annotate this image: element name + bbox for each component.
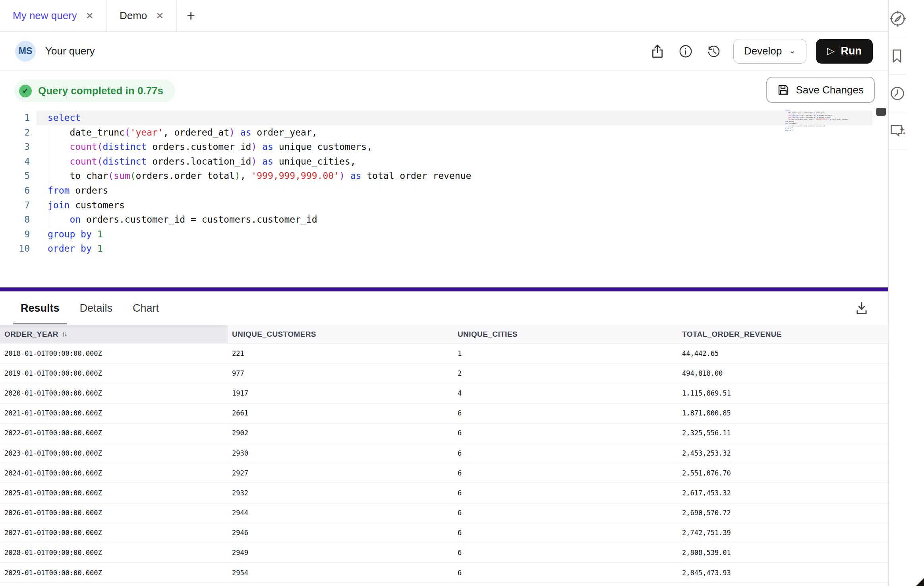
- table-cell[interactable]: 6: [453, 404, 678, 423]
- table-cell[interactable]: 2944: [228, 503, 453, 523]
- table-cell[interactable]: 2,453,253.32: [678, 443, 888, 463]
- column-header[interactable]: TOTAL_ORDER_REVENUE: [678, 325, 888, 343]
- editor-scrollbar-thumb[interactable]: [876, 108, 886, 116]
- line-number: 3: [0, 140, 30, 154]
- new-tab-button[interactable]: +: [177, 0, 205, 31]
- table-cell[interactable]: 1,115,869.51: [678, 383, 888, 403]
- close-tab-icon[interactable]: ✕: [156, 11, 164, 21]
- results-panel-tab-details[interactable]: Details: [72, 291, 120, 325]
- query-tab[interactable]: My new query✕: [0, 0, 107, 31]
- column-header[interactable]: UNIQUE_CITIES: [453, 325, 678, 343]
- table-cell[interactable]: 2930: [228, 443, 453, 463]
- table-cell[interactable]: 44,442.65: [678, 343, 888, 363]
- code-line[interactable]: date_trunc('year', ordered_at) as order_…: [48, 125, 471, 140]
- table-cell[interactable]: 6: [453, 503, 678, 523]
- code-line[interactable]: group by 1: [48, 227, 471, 242]
- close-tab-icon[interactable]: ✕: [86, 11, 94, 21]
- share-button[interactable]: [649, 43, 666, 60]
- bookmarks-button[interactable]: [889, 37, 905, 75]
- table-cell[interactable]: 2902: [228, 423, 453, 443]
- results-table: ORDER_YEAR↑↓UNIQUE_CUSTOMERSUNIQUE_CITIE…: [0, 325, 888, 583]
- query-tab[interactable]: Demo✕: [107, 0, 177, 31]
- download-results-button[interactable]: [851, 297, 872, 319]
- save-changes-button[interactable]: Save Changes: [766, 77, 875, 103]
- table-cell[interactable]: 2020-01-01T00:00:00.000Z: [0, 383, 228, 403]
- code-line[interactable]: order by 1: [48, 241, 471, 256]
- table-cell[interactable]: 2,551,076.70: [678, 463, 888, 483]
- table-cell[interactable]: 2: [453, 363, 678, 383]
- table-cell[interactable]: 2,617,453.32: [678, 483, 888, 503]
- page-title: Your query: [45, 45, 95, 57]
- table-cell[interactable]: 221: [228, 343, 453, 363]
- table-cell[interactable]: 494,818.00: [678, 363, 888, 383]
- ai-assistant-button[interactable]: [889, 112, 907, 149]
- develop-button[interactable]: Develop ⌄: [733, 39, 806, 64]
- table-cell[interactable]: 6: [453, 523, 678, 543]
- table-cell[interactable]: 2022-01-01T00:00:00.000Z: [0, 423, 228, 443]
- code-area[interactable]: select date_trunc('year', ordered_at) as…: [48, 111, 471, 256]
- table-cell[interactable]: 2024-01-01T00:00:00.000Z: [0, 463, 228, 483]
- table-cell[interactable]: 6: [453, 543, 678, 563]
- code-line[interactable]: join customers: [48, 198, 471, 213]
- table-cell[interactable]: 2018-01-01T00:00:00.000Z: [0, 343, 228, 363]
- column-header[interactable]: ORDER_YEAR↑↓: [0, 325, 228, 343]
- table-cell[interactable]: 2026-01-01T00:00:00.000Z: [0, 503, 228, 523]
- table-cell[interactable]: 2027-01-01T00:00:00.000Z: [0, 523, 228, 543]
- panel-splitter[interactable]: [0, 287, 888, 291]
- run-button[interactable]: ▷ Run: [816, 39, 873, 64]
- table-cell[interactable]: 2,845,473.93: [678, 563, 888, 582]
- table-cell[interactable]: 2,808,539.01: [678, 543, 888, 563]
- table-cell[interactable]: 1: [453, 343, 678, 363]
- table-cell[interactable]: 2,690,570.72: [678, 503, 888, 523]
- table-cell[interactable]: 6: [453, 463, 678, 483]
- table-row: 2019-01-01T00:00:00.000Z9772494,818.00: [0, 363, 888, 383]
- table-cell[interactable]: 2949: [228, 543, 453, 563]
- code-minimap[interactable]: select date_trunc('year', ordered_at) as…: [785, 110, 852, 138]
- table-cell[interactable]: 2029-01-01T00:00:00.000Z: [0, 563, 228, 582]
- table-cell[interactable]: 6: [453, 443, 678, 463]
- explore-button[interactable]: [889, 0, 907, 37]
- table-cell[interactable]: 6: [453, 423, 678, 443]
- table-cell[interactable]: 2927: [228, 463, 453, 483]
- version-history-button[interactable]: [705, 43, 723, 60]
- results-tab-bar: ResultsDetailsChart: [0, 291, 888, 325]
- code-line[interactable]: count(distinct orders.location_id) as un…: [48, 154, 471, 169]
- code-line[interactable]: select: [48, 111, 471, 125]
- table-row: 2020-01-01T00:00:00.000Z191741,115,869.5…: [0, 383, 888, 403]
- table-cell[interactable]: 1,871,800.85: [678, 404, 888, 423]
- window-resize-handle[interactable]: [916, 578, 924, 586]
- code-line[interactable]: to_char(sum(orders.order_total), '999,99…: [48, 169, 471, 183]
- table-cell[interactable]: 2028-01-01T00:00:00.000Z: [0, 543, 228, 563]
- table-cell[interactable]: 2025-01-01T00:00:00.000Z: [0, 483, 228, 503]
- column-header-label: UNIQUE_CUSTOMERS: [232, 330, 316, 339]
- results-panel-tab-results[interactable]: Results: [13, 291, 67, 325]
- table-cell[interactable]: 2019-01-01T00:00:00.000Z: [0, 363, 228, 383]
- code-line[interactable]: count(distinct orders.customer_id) as un…: [48, 140, 471, 154]
- table-cell[interactable]: 2,325,556.11: [678, 423, 888, 443]
- info-icon: [678, 44, 693, 59]
- table-cell[interactable]: 2661: [228, 404, 453, 423]
- table-cell[interactable]: 2,742,751.39: [678, 523, 888, 543]
- sort-icon: ↑↓: [62, 330, 66, 338]
- results-panel-tab-chart[interactable]: Chart: [125, 291, 166, 325]
- table-cell[interactable]: 2021-01-01T00:00:00.000Z: [0, 404, 228, 423]
- table-cell[interactable]: 6: [453, 483, 678, 503]
- code-line[interactable]: on orders.customer_id = customers.custom…: [48, 212, 471, 227]
- sql-editor[interactable]: 12345678910 select date_trunc('year', or…: [0, 107, 888, 287]
- table-row: 2018-01-01T00:00:00.000Z221144,442.65: [0, 343, 888, 363]
- table-cell[interactable]: 1917: [228, 383, 453, 403]
- table-cell[interactable]: 2932: [228, 483, 453, 503]
- table-cell[interactable]: 2023-01-01T00:00:00.000Z: [0, 443, 228, 463]
- column-header[interactable]: UNIQUE_CUSTOMERS: [228, 325, 453, 343]
- table-cell[interactable]: 977: [228, 363, 453, 383]
- right-sidebar: [888, 0, 924, 586]
- info-button[interactable]: [677, 43, 694, 60]
- table-cell[interactable]: 6: [453, 563, 678, 582]
- recent-history-button[interactable]: [889, 75, 906, 112]
- code-line[interactable]: from orders: [48, 183, 471, 198]
- table-cell[interactable]: 4: [453, 383, 678, 403]
- table-cell[interactable]: 2946: [228, 523, 453, 543]
- line-number-gutter: 12345678910: [0, 111, 30, 256]
- run-button-label: Run: [841, 45, 862, 57]
- table-cell[interactable]: 2954: [228, 563, 453, 582]
